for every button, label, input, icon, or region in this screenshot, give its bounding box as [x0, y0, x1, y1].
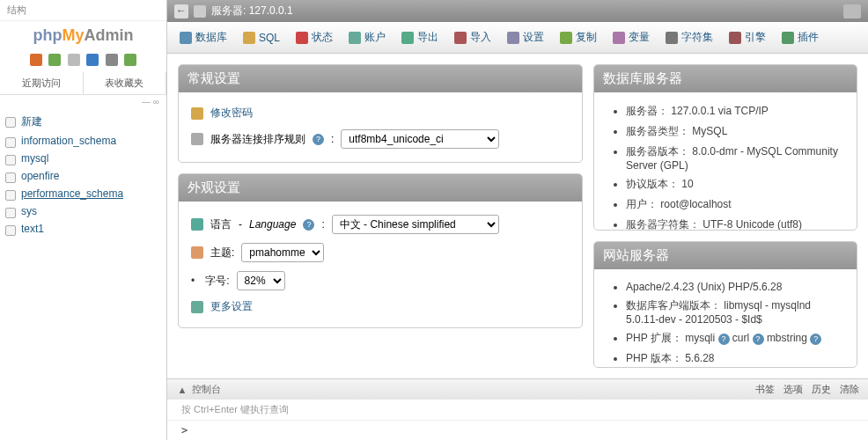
tab-recent[interactable]: 近期访问 — [0, 72, 84, 94]
console-input[interactable]: > — [167, 420, 868, 440]
tree-item-text1[interactable]: text1 — [0, 220, 166, 238]
tree-item-performance-schema[interactable]: performance_schema — [0, 185, 166, 202]
variables-icon — [613, 32, 625, 44]
web-server-panel: 网站服务器 Apache/2.4.23 (Unix) PHP/5.6.28 数据… — [593, 241, 857, 368]
help-icon[interactable]: ? — [753, 334, 764, 345]
console-history[interactable]: 历史 — [812, 383, 831, 396]
wrench-icon — [191, 301, 203, 313]
logout-icon[interactable] — [48, 54, 61, 66]
language-label: 语言 — [210, 217, 232, 232]
toolbar: 数据库 SQL 状态 账户 导出 导入 设置 复制 变量 字符集 引擎 插件 — [167, 22, 868, 54]
tab-sql[interactable]: SQL — [236, 26, 287, 49]
import-icon — [454, 32, 467, 44]
collation-icon — [191, 133, 203, 145]
fontsize-select[interactable]: 82% — [237, 271, 285, 290]
console-bar: ▲ 控制台 书签 选项 历史 清除 — [167, 379, 868, 400]
tab-status[interactable]: 状态 — [289, 26, 340, 49]
help-icon[interactable]: ? — [718, 334, 730, 345]
db-server-panel: 数据库服务器 服务器： 127.0.0.1 via TCP/IP 服务器类型： … — [593, 64, 857, 231]
main-area: ← 服务器: 127.0.0.1 数据库 SQL 状态 账户 导出 导入 设置 … — [167, 0, 868, 440]
logo-admin: Admin — [85, 26, 134, 44]
console: ▲ 控制台 书签 选项 历史 清除 按 Ctrl+Enter 键执行查询 > — [167, 378, 868, 440]
appearance-title: 外观设置 — [179, 174, 582, 202]
collation-select[interactable]: utf8mb4_unicode_ci — [341, 129, 499, 149]
tree-item-mysql[interactable]: mysql — [0, 150, 166, 167]
language-en-label: Language — [249, 218, 296, 231]
db-tree: 新建 information_schema mysql openfire per… — [0, 108, 166, 241]
tree-item-openfire[interactable]: openfire — [0, 167, 166, 185]
console-toggle-icon[interactable]: ▲ — [176, 385, 188, 395]
database-icon — [180, 32, 192, 44]
db-server-title: 数据库服务器 — [594, 65, 857, 92]
logo-my: My — [62, 26, 84, 44]
plugins-icon — [782, 32, 794, 44]
nav-icons — [0, 50, 166, 72]
collation-label: 服务器连接排序规则 — [210, 132, 305, 147]
fontsize-label: 字号: — [205, 274, 229, 289]
tree-item-information-schema[interactable]: information_schema — [0, 132, 166, 150]
sql-tab-icon — [243, 32, 255, 44]
appearance-panel: 外观设置 语言 - Language ? : 中文 - Chinese simp… — [178, 173, 583, 328]
server-breadcrumb[interactable]: 服务器: 127.0.0.1 — [211, 4, 293, 18]
console-bookmarks[interactable]: 书签 — [755, 383, 775, 396]
theme-icon — [191, 246, 203, 259]
settings-icon[interactable] — [106, 54, 118, 66]
tab-engines[interactable]: 引擎 — [722, 26, 773, 49]
console-options[interactable]: 选项 — [783, 383, 803, 396]
sidebar: 结构 phpMyAdmin 近期访问 表收藏夹 — ∞ 新建 informati… — [0, 0, 167, 440]
db-server-list: 服务器： 127.0.0.1 via TCP/IP 服务器类型： MySQL 服… — [607, 101, 844, 231]
status-icon — [296, 32, 308, 44]
console-clear[interactable]: 清除 — [840, 383, 859, 396]
general-settings-title: 常规设置 — [179, 65, 582, 92]
help-icon[interactable]: ? — [303, 219, 314, 231]
charset-icon — [666, 32, 678, 44]
tab-plugins[interactable]: 插件 — [775, 26, 826, 49]
console-hint: 按 Ctrl+Enter 键执行查询 — [167, 400, 868, 420]
tree-item-sys[interactable]: sys — [0, 202, 166, 220]
tree-new[interactable]: 新建 — [0, 112, 166, 132]
docs-icon[interactable] — [86, 54, 99, 66]
language-icon — [191, 218, 203, 231]
change-password-link[interactable]: 修改密码 — [210, 106, 253, 121]
tree-tools[interactable]: — ∞ — [0, 95, 166, 108]
server-icon — [194, 5, 206, 18]
tab-databases[interactable]: 数据库 — [173, 26, 234, 49]
logo-php: php — [33, 26, 62, 44]
home-icon[interactable] — [30, 54, 42, 66]
more-settings-link[interactable]: 更多设置 — [210, 299, 253, 314]
export-icon — [401, 32, 414, 44]
replication-icon — [560, 32, 572, 44]
tab-favorites[interactable]: 表收藏夹 — [84, 72, 167, 94]
content: 常规设置 修改密码 服务器连接排序规则 ? : utf8mb4_u — [167, 54, 868, 378]
settings-tab-icon — [507, 32, 519, 44]
tab-export[interactable]: 导出 — [394, 26, 445, 49]
logo[interactable]: phpMyAdmin — [0, 21, 166, 50]
tab-import[interactable]: 导入 — [447, 26, 498, 49]
tab-charset[interactable]: 字符集 — [658, 26, 720, 49]
topbar: ← 服务器: 127.0.0.1 — [167, 0, 868, 22]
lock-icon — [191, 107, 203, 120]
web-server-list: Apache/2.4.23 (Unix) PHP/5.6.28 数据库客户端版本… — [607, 278, 844, 368]
tab-settings[interactable]: 设置 — [500, 26, 551, 49]
language-select[interactable]: 中文 - Chinese simplified — [332, 215, 499, 234]
sql-icon[interactable] — [68, 54, 80, 66]
structure-tab[interactable]: 结构 — [0, 0, 166, 21]
reload-icon[interactable] — [124, 54, 136, 66]
tab-variables[interactable]: 变量 — [606, 26, 657, 49]
engines-icon — [729, 32, 741, 44]
accounts-icon — [349, 32, 361, 44]
general-settings-panel: 常规设置 修改密码 服务器连接排序规则 ? : utf8mb4_u — [178, 64, 583, 163]
theme-label: 主题: — [210, 246, 234, 260]
nav-tabs: 近期访问 表收藏夹 — [0, 72, 166, 95]
theme-select[interactable]: pmahomme — [241, 243, 324, 262]
web-server-title: 网站服务器 — [594, 242, 857, 269]
help-icon[interactable]: ? — [810, 334, 821, 345]
console-title: 控制台 — [192, 383, 221, 396]
minimize-button[interactable] — [843, 4, 861, 18]
tab-accounts[interactable]: 账户 — [342, 26, 393, 49]
tab-replication[interactable]: 复制 — [553, 26, 604, 49]
help-icon[interactable]: ? — [313, 134, 324, 145]
collapse-sidebar-button[interactable]: ← — [174, 4, 188, 18]
